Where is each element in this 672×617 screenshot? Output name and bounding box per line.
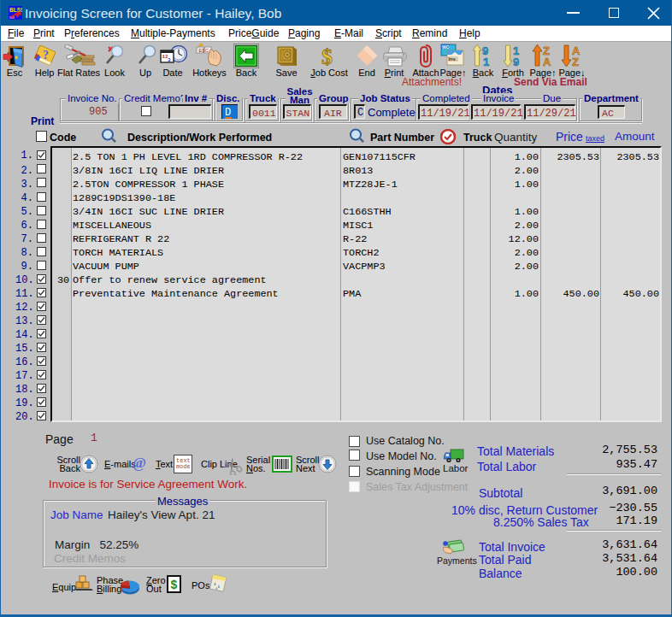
svg-text:3: 3 [168, 57, 171, 63]
svg-text:$: $ [321, 44, 333, 68]
svg-text:WO: WO [442, 44, 450, 50]
svg-text:A: A [543, 56, 551, 68]
svg-text:1: 1 [483, 56, 489, 68]
svg-text:ESC: ESC [199, 48, 209, 53]
svg-text:Z: Z [572, 56, 579, 68]
svg-text:9: 9 [513, 56, 519, 68]
svg-text:?: ? [43, 49, 49, 62]
svg-text:Inv.: Inv. [449, 56, 457, 62]
